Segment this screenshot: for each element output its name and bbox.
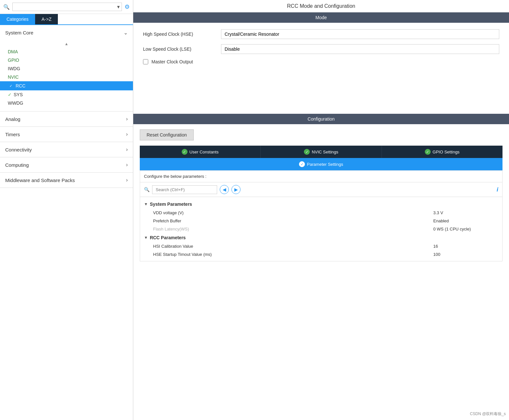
param-value-hse-startup: 100 xyxy=(433,252,498,257)
section-analog-header[interactable]: Analog › xyxy=(0,112,133,126)
dma-label: DMA xyxy=(8,49,18,54)
parameters-area: Configure the below parameters : 🔍 ◀ ▶ i… xyxy=(140,170,502,261)
hse-row: High Speed Clock (HSE) Disable Crystal/C… xyxy=(143,29,499,39)
wwdg-label: WWDG xyxy=(8,100,23,106)
param-name-vdd: VDD voltage (V) xyxy=(153,210,433,215)
system-parameters-group-header[interactable]: ▼ System Parameters xyxy=(140,200,502,209)
lse-row: Low Speed Clock (LSE) Disable Crystal/Ce… xyxy=(143,44,499,54)
master-clock-row: Master Clock Output xyxy=(143,59,499,64)
param-name-prefetch: Prefetch Buffer xyxy=(153,218,433,223)
gpio-settings-check-icon: ✓ xyxy=(425,149,431,155)
lse-select-wrap: Disable Crystal/Ceramic Resonator Extern… xyxy=(221,44,499,54)
sidebar-item-nvic[interactable]: NVIC xyxy=(0,73,133,81)
section-system-core: System Core ⌄ ▲ DMA GPIO IWDG NVIC ✓ xyxy=(0,25,133,112)
configuration-section-header: Configuration xyxy=(133,114,509,124)
param-row-flash-latency: Flash Latency(WS) 0 WS (1 CPU cycle) xyxy=(140,225,502,233)
section-connectivity-header[interactable]: Connectivity › xyxy=(0,142,133,157)
section-connectivity-label: Connectivity xyxy=(5,147,32,152)
sidebar-tabs: Categories A->Z xyxy=(0,14,133,25)
hse-select-wrap: Disable Crystal/Ceramic Resonator Extern… xyxy=(221,29,499,39)
lse-select[interactable]: Disable Crystal/Ceramic Resonator Extern… xyxy=(221,44,499,54)
gpio-settings-label: GPIO Settings xyxy=(433,150,460,154)
scroll-up-indicator: ▲ xyxy=(0,42,133,46)
hse-select[interactable]: Disable Crystal/Ceramic Resonator Extern… xyxy=(221,29,499,39)
hse-label: High Speed Clock (HSE) xyxy=(143,32,221,37)
section-computing: Computing › xyxy=(0,157,133,173)
section-computing-header[interactable]: Computing › xyxy=(0,157,133,172)
section-system-core-label: System Core xyxy=(5,30,33,35)
sidebar: 🔍 ▼ ⚙ Categories A->Z System Core ⌄ ▲ DM… xyxy=(0,0,133,420)
param-value-prefetch: Enabled xyxy=(433,218,498,223)
master-clock-checkbox[interactable] xyxy=(143,59,148,64)
section-analog-label: Analog xyxy=(5,116,20,122)
param-row-vdd: VDD voltage (V) 3.3 V xyxy=(140,209,502,217)
tab-parameter-settings[interactable]: ✓ Parameter Settings xyxy=(140,158,502,170)
tab-user-constants[interactable]: ✓ User Constants xyxy=(140,146,261,158)
user-constants-label: User Constants xyxy=(189,150,219,154)
master-clock-label: Master Clock Output xyxy=(151,59,193,64)
configuration-section: Configuration Reset Configuration ✓ User… xyxy=(133,114,509,267)
param-row-hsi-cal: HSI Calibration Value 16 xyxy=(140,242,502,250)
params-description: Configure the below parameters : xyxy=(140,171,502,182)
tab-gpio-settings[interactable]: ✓ GPIO Settings xyxy=(382,146,502,158)
sidebar-search-bar: 🔍 ▼ ⚙ xyxy=(0,0,133,14)
reset-configuration-button[interactable]: Reset Configuration xyxy=(140,129,194,140)
tab-az[interactable]: A->Z xyxy=(35,14,58,24)
sidebar-item-gpio[interactable]: GPIO xyxy=(0,56,133,64)
nvic-label: NVIC xyxy=(8,74,19,80)
section-system-core-header[interactable]: System Core ⌄ xyxy=(0,25,133,40)
main-content: RCC Mode and Configuration Mode High Spe… xyxy=(133,0,509,420)
nvic-settings-check-icon: ✓ xyxy=(304,149,310,155)
section-middleware-label: Middleware and Software Packs xyxy=(5,177,75,183)
parameter-settings-check-icon: ✓ xyxy=(299,161,305,167)
rcc-params-collapse-icon: ▼ xyxy=(144,235,148,240)
params-tree: ▼ System Parameters VDD voltage (V) 3.3 … xyxy=(140,197,502,261)
params-search-input[interactable] xyxy=(152,185,217,194)
param-value-vdd: 3.3 V xyxy=(433,210,498,215)
param-name-hsi-cal: HSI Calibration Value xyxy=(153,244,433,249)
section-timers-header[interactable]: Timers › xyxy=(0,127,133,142)
iwdg-label: IWDG xyxy=(8,66,20,71)
chevron-right-icon-middleware: › xyxy=(126,177,128,183)
param-name-flash-latency: Flash Latency(WS) xyxy=(153,227,433,231)
section-middleware-header[interactable]: Middleware and Software Packs › xyxy=(0,173,133,188)
rcc-check-icon: ✓ xyxy=(8,83,14,89)
system-params-collapse-icon: ▼ xyxy=(144,202,148,206)
search-input[interactable] xyxy=(12,3,122,11)
search-dropdown-button[interactable]: ▼ xyxy=(116,5,121,9)
section-system-core-content: ▲ DMA GPIO IWDG NVIC ✓ RCC xyxy=(0,40,133,111)
sidebar-item-wwdg[interactable]: WWDG xyxy=(0,99,133,107)
section-middleware: Middleware and Software Packs › xyxy=(0,173,133,188)
params-nav-next-button[interactable]: ▶ xyxy=(231,185,241,194)
sidebar-item-sys[interactable]: ✓ SYS xyxy=(0,90,133,99)
tab-categories[interactable]: Categories xyxy=(0,14,35,24)
sys-check-icon: ✓ xyxy=(8,92,12,97)
params-nav-prev-button[interactable]: ◀ xyxy=(220,185,229,194)
sidebar-item-iwdg[interactable]: IWDG xyxy=(0,64,133,73)
rcc-label: RCC xyxy=(16,83,25,88)
section-computing-label: Computing xyxy=(5,162,29,168)
parameter-settings-label: Parameter Settings xyxy=(307,162,343,167)
chevron-right-icon-connectivity: › xyxy=(126,147,128,152)
rcc-parameters-group-label: RCC Parameters xyxy=(150,235,186,240)
rcc-parameters-group-header[interactable]: ▼ RCC Parameters xyxy=(140,233,502,242)
section-connectivity: Connectivity › xyxy=(0,142,133,157)
gpio-label: GPIO xyxy=(8,58,19,63)
section-timers-label: Timers xyxy=(5,132,20,137)
mode-body: High Speed Clock (HSE) Disable Crystal/C… xyxy=(133,23,509,114)
sidebar-item-dma[interactable]: DMA xyxy=(0,47,133,56)
sys-label: SYS xyxy=(14,92,23,97)
lse-label: Low Speed Clock (LSE) xyxy=(143,46,221,52)
params-search-icon: 🔍 xyxy=(144,187,150,192)
watermark: CSDN @双料毒狼_s xyxy=(470,411,506,417)
param-name-hse-startup: HSE Startup Timout Value (ms) xyxy=(153,252,433,257)
nvic-settings-label: NVIC Settings xyxy=(312,150,338,154)
search-icon: 🔍 xyxy=(3,4,10,10)
info-icon[interactable]: i xyxy=(497,186,498,193)
tab-nvic-settings[interactable]: ✓ NVIC Settings xyxy=(261,146,382,158)
chevron-right-icon-timers: › xyxy=(126,131,128,137)
chevron-right-icon-computing: › xyxy=(126,162,128,168)
search-input-wrap: ▼ xyxy=(12,3,122,11)
gear-button[interactable]: ⚙ xyxy=(124,3,130,10)
sidebar-item-rcc[interactable]: ✓ RCC xyxy=(0,81,133,90)
